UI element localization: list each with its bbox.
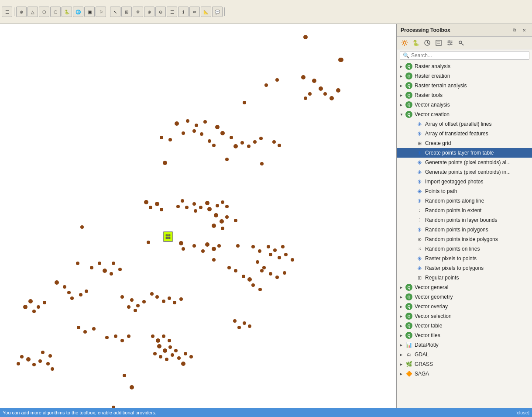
tree-item-vector-overlay[interactable]: ▶QVector overlay <box>397 302 532 311</box>
tree-item-random-on-lines[interactable]: ⁙Random points on lines <box>397 244 532 254</box>
tree-item-raster-analysis[interactable]: ▶QRaster analysis <box>397 62 532 71</box>
flag-btn[interactable]: ⚐ <box>96 7 106 17</box>
q-icon: Q <box>405 332 412 339</box>
tree-item-gen-points-in[interactable]: ✳Generate points (pixel centroids) in... <box>397 167 532 177</box>
map-dot <box>237 326 241 329</box>
map-dot <box>130 298 134 302</box>
tool-icon: ✳ <box>415 255 423 262</box>
square-btn[interactable]: ▣ <box>84 7 95 17</box>
hexagon-btn2[interactable]: ⬡ <box>50 7 61 17</box>
warn-btn[interactable]: △ <box>27 7 38 17</box>
zoomout-btn[interactable]: ⊖ <box>155 7 166 17</box>
new-btn[interactable]: ⊕ <box>16 7 27 17</box>
tree-item-import-geotagged[interactable]: ✳Import geotagged photos <box>397 177 532 186</box>
edit-btn[interactable]: ✏ <box>189 7 200 17</box>
tree-item-label: Create grid <box>425 140 529 146</box>
map-dot <box>258 288 262 291</box>
map-dot <box>123 374 126 377</box>
q-icon: Q <box>405 82 412 89</box>
tree-item-create-grid[interactable]: ⊞Create grid <box>397 138 532 148</box>
map-dot <box>303 35 308 39</box>
map-dot <box>181 199 184 203</box>
tree-item-gdal[interactable]: ▶🗂GDAL <box>397 350 532 359</box>
tree-item-label: GDAL <box>415 352 529 358</box>
tree-item-regular-points[interactable]: ⊞Regular points <box>397 273 532 283</box>
tree-item-vector-general[interactable]: ▶QVector general <box>397 283 532 292</box>
svg-point-10 <box>450 42 452 44</box>
map-dot <box>208 139 211 143</box>
expand-arrow: ▶ <box>400 372 405 376</box>
tree-item-points-to-path[interactable]: ✳Points to path <box>397 186 532 196</box>
tree-item-array-offset[interactable]: ✳Array of offset (parallel) lines <box>397 119 532 129</box>
tree-item-gen-points-al[interactable]: ✳Generate points (pixel centroids) al... <box>397 158 532 167</box>
toolbox-results-btn[interactable] <box>434 38 443 48</box>
id-btn[interactable]: ℹ <box>178 7 189 17</box>
tree-item-vector-analysis[interactable]: ▶QVector analysis <box>397 100 532 110</box>
select-btn[interactable]: ⊞ <box>121 7 132 17</box>
map-dot <box>195 124 198 127</box>
tree-item-vector-table[interactable]: ▶QVector table <box>397 321 532 331</box>
measure-btn[interactable]: 📐 <box>201 7 211 17</box>
tree-item-array-translated[interactable]: ✳Array of translated features <box>397 129 532 138</box>
tree-item-random-extent[interactable]: ⁚⁚Random points in extent <box>397 206 532 215</box>
expand-arrow: ▶ <box>400 314 405 318</box>
python-btn[interactable]: 🐍 <box>62 7 72 17</box>
tree-item-random-along-line[interactable]: ✳Random points along line <box>397 196 532 206</box>
category-icon: Q <box>405 293 413 301</box>
toolbox-settings-btn[interactable] <box>400 38 409 48</box>
move-btn[interactable]: ✥ <box>133 7 143 17</box>
map-dot <box>225 158 229 161</box>
web-btn[interactable]: 🌐 <box>73 7 83 17</box>
tree-item-grass[interactable]: ▶🌿GRASS <box>397 359 532 369</box>
toolbox-close-btn[interactable]: ✕ <box>520 26 529 34</box>
toolbox-options-btn[interactable] <box>445 38 455 48</box>
tool-icon: ✳ <box>415 264 423 272</box>
tree-item-vector-creation[interactable]: ▼QVector creation <box>397 110 532 119</box>
search-input[interactable] <box>411 52 526 59</box>
tree-item-label: Random points in polygons <box>425 227 529 233</box>
status-close-link[interactable]: [close] <box>515 410 529 415</box>
tool-icon: ✳ <box>415 120 423 128</box>
map-dot <box>48 354 52 358</box>
tree-item-random-inside-polygons[interactable]: ⊛Random points inside polygons <box>397 234 532 244</box>
toolbox-history-btn[interactable] <box>422 38 432 48</box>
zoom-btn[interactable]: ⊕ <box>144 7 154 17</box>
map-dot <box>168 296 171 300</box>
tree-item-raster-tools[interactable]: ▶QRaster tools <box>397 90 532 100</box>
map-dot <box>38 359 42 363</box>
tree-item-raster-creation[interactable]: ▶QRaster creation <box>397 71 532 81</box>
tree-item-random-layer-bounds[interactable]: ⁚⁚Random points in layer bounds <box>397 215 532 225</box>
tree-item-label: Regular points <box>425 275 529 281</box>
map-dot <box>127 334 130 338</box>
tree-item-vector-geometry[interactable]: ▶QVector geometry <box>397 292 532 302</box>
map-dot <box>189 355 193 358</box>
pan-btn[interactable]: ☲ <box>167 7 177 17</box>
map-dot <box>192 129 196 133</box>
tree-item-create-points[interactable]: ✳Create points layer from table <box>397 148 532 158</box>
map-dot <box>283 271 286 275</box>
tree-item-random-polygons[interactable]: ✳Random points in polygons <box>397 225 532 234</box>
tree-item-raster-to-polygons[interactable]: ✳Raster pixels to polygons <box>397 263 532 273</box>
map-canvas[interactable] <box>0 24 397 408</box>
toolbox-key-btn[interactable] <box>456 38 466 48</box>
gdal-icon: 🗂 <box>405 351 413 358</box>
toolbox-python-btn[interactable]: 🐍 <box>411 38 421 48</box>
tree-item-vector-tiles[interactable]: ▶QVector tiles <box>397 331 532 340</box>
tree-item-raster-to-points[interactable]: ✳Raster pixels to points <box>397 254 532 263</box>
tree-item-dataplotly[interactable]: ▶📊DataPlotly <box>397 340 532 350</box>
tool-icon: ⊛ <box>415 235 423 243</box>
tool-icon: ⁙ <box>415 245 423 253</box>
arrow-btn[interactable]: ↖ <box>110 7 120 17</box>
hexagon-btn1[interactable]: ⬡ <box>39 7 49 17</box>
menu-btn[interactable]: ☰ <box>2 7 12 17</box>
annotate-btn[interactable]: 💬 <box>212 7 223 17</box>
map-dot <box>98 262 101 265</box>
map-dot <box>79 293 82 296</box>
toolbox-float-btn[interactable]: ⧉ <box>510 26 518 34</box>
tree-item-vector-selection[interactable]: ▶QVector selection <box>397 311 532 321</box>
tree-item-saga[interactable]: ▶🔶SAGA <box>397 369 532 379</box>
map-dot <box>127 305 130 309</box>
map-dot <box>23 305 27 309</box>
map-dot <box>85 289 88 293</box>
tree-item-raster-terrain[interactable]: ▶QRaster terrain analysis <box>397 81 532 90</box>
